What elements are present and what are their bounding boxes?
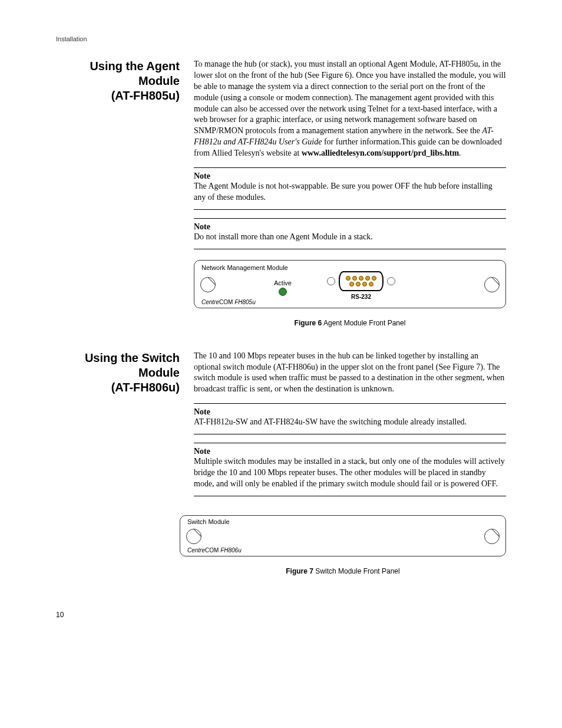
note-text: AT-FH812u-SW and AT-FH824u-SW have the s…	[194, 417, 506, 428]
screw-icon	[200, 277, 216, 292]
paragraph: To manage the hub (or stack), you must i…	[194, 59, 506, 159]
note-text: Do not install more than one Agent Modul…	[194, 232, 506, 243]
note-text: Multiple switch modules may be installed…	[194, 456, 506, 490]
screw-hole-icon	[387, 277, 395, 285]
section-agent-module: Using the Agent Module (AT-FH805u) To ma…	[56, 59, 506, 345]
figure7-wrap: Switch Module CentreCOM FH806u Figure 7 …	[180, 515, 506, 575]
text: To manage the hub (or stack), you must i…	[194, 60, 506, 135]
screw-icon	[484, 277, 500, 292]
body-col: The 10 and 100 Mbps repeater buses in th…	[194, 351, 506, 505]
paragraph: The 10 and 100 Mbps repeater buses in th…	[194, 351, 506, 396]
body-col: To manage the hub (or stack), you must i…	[194, 59, 506, 345]
note-title: Note	[194, 407, 506, 417]
figure-label: Figure 6	[295, 319, 322, 327]
rs232-label: RS-232	[327, 294, 395, 300]
note-block: Note Multiple switch modules may be inst…	[194, 443, 506, 496]
note-title: Note	[194, 447, 506, 456]
figure6-caption: Figure 6 Agent Module Front Panel	[194, 319, 506, 327]
heading-line: Module	[138, 366, 180, 379]
note-block: Note The Agent Module is not hot-swappab…	[194, 167, 506, 210]
screw-icon	[186, 529, 201, 544]
panel-title-label: Switch Module	[187, 518, 230, 525]
active-label: Active	[274, 279, 292, 286]
screw-hole-icon	[327, 277, 335, 285]
heading-line: Using the Switch	[85, 351, 180, 364]
brand-model: FH806u	[220, 547, 242, 554]
figure7-caption: Figure 7 Switch Module Front Panel	[180, 567, 506, 575]
screw-icon	[484, 529, 500, 544]
heading-line: Using the Agent	[90, 60, 180, 73]
figure-text: Agent Module Front Panel	[322, 319, 405, 327]
heading-line: (AT-FH806u)	[111, 381, 180, 394]
text: .	[459, 149, 461, 157]
note-title: Note	[194, 172, 506, 181]
side-heading-switch: Using the Switch Module (AT-FH806u)	[56, 351, 180, 505]
heading-line: (AT-FH805u)	[111, 89, 180, 102]
note-block: Note Do not install more than one Agent …	[194, 218, 506, 249]
panel-title-label: Network Management Module	[201, 264, 288, 271]
text-bold: www.alliedtelesyn.com/support/prd_libs.h…	[302, 149, 459, 157]
figure7-panel: Switch Module CentreCOM FH806u	[180, 515, 506, 556]
brand-mid: COM	[205, 547, 220, 554]
brand-label: CentreCOM FH806u	[187, 547, 242, 554]
brand-model: FH805u	[234, 299, 256, 305]
side-heading-agent: Using the Agent Module (AT-FH805u)	[56, 59, 180, 345]
page-number: 10	[56, 611, 506, 619]
figure6-panel: Network Management Module Active	[194, 260, 506, 308]
figure-text: Switch Module Front Panel	[313, 567, 400, 575]
led-icon	[279, 288, 287, 296]
heading-line: Module	[138, 74, 180, 87]
figure-label: Figure 7	[286, 567, 313, 575]
db9-connector-icon	[339, 271, 384, 291]
note-title: Note	[194, 222, 506, 232]
section-switch-module: Using the Switch Module (AT-FH806u) The …	[56, 351, 506, 505]
note-block: Note AT-FH812u-SW and AT-FH824u-SW have …	[194, 403, 506, 434]
brand-prefix: Centre	[201, 299, 219, 305]
note-text: The Agent Module is not hot-swappable. B…	[194, 181, 506, 203]
connector-wrap	[327, 271, 395, 291]
rs232-group: RS-232	[327, 271, 395, 300]
running-head: Installation	[56, 35, 506, 42]
brand-prefix: Centre	[187, 547, 205, 554]
active-led-group: Active	[274, 279, 292, 296]
brand-mid: COM	[219, 299, 234, 305]
page: Installation Using the Agent Module (AT-…	[0, 0, 562, 654]
brand-label: CentreCOM FH805u	[201, 299, 256, 305]
